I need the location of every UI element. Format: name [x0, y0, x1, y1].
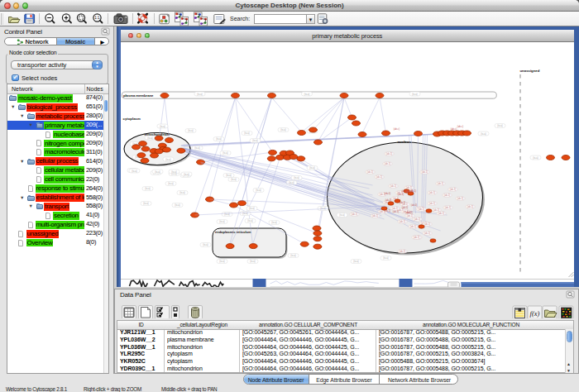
svg-text:(tx-a): (tx-a): [481, 132, 486, 136]
svg-text:(tx-a): (tx-a): [412, 93, 418, 96]
svg-text:plasma membrane: plasma membrane: [123, 93, 154, 98]
svg-text:(tx-a): (tx-a): [252, 139, 258, 142]
svg-text:(ab-1): (ab-1): [421, 170, 428, 174]
svg-text:(ab-1): (ab-1): [384, 209, 390, 213]
svg-text:(tx-a): (tx-a): [160, 125, 165, 128]
svg-text:(tx-a): (tx-a): [175, 203, 180, 207]
svg-text:(ab-3): (ab-3): [385, 198, 391, 202]
svg-text:(ab-1): (ab-1): [414, 218, 420, 221]
svg-text:(ab-0): (ab-0): [384, 192, 390, 195]
svg-text:1:1: 1:1: [94, 16, 100, 20]
svg-text:(ab-1): (ab-1): [457, 197, 463, 200]
svg-text:unassigned: unassigned: [519, 69, 539, 73]
svg-text:(ab-1): (ab-1): [409, 225, 416, 228]
svg-text:(tx-a): (tx-a): [194, 146, 200, 150]
svg-text:(tx-a): (tx-a): [249, 207, 255, 210]
svg-text:(tx-a): (tx-a): [280, 128, 286, 131]
svg-text:(ab-1): (ab-1): [413, 236, 419, 239]
svg-text:cytoplasm: cytoplasm: [122, 117, 140, 121]
svg-text:(ab-1): (ab-1): [437, 182, 443, 185]
svg-text:(ab-1): (ab-1): [449, 188, 456, 191]
svg-text:(ab-1): (ab-1): [467, 205, 473, 208]
svg-text:(ab-2): (ab-2): [397, 193, 404, 196]
svg-text:(tx-a): (tx-a): [242, 212, 248, 215]
svg-text:(tx-a): (tx-a): [184, 173, 189, 176]
svg-text:(tx-a): (tx-a): [219, 260, 225, 263]
svg-text:(tx-a): (tx-a): [231, 178, 237, 181]
svg-text:(tx-a): (tx-a): [256, 189, 261, 192]
svg-text:(ab-1): (ab-1): [423, 232, 430, 235]
svg-text:(tx-a): (tx-a): [171, 170, 177, 174]
svg-text:(tx-a): (tx-a): [339, 213, 345, 217]
svg-text:(ab-1): (ab-1): [366, 170, 373, 174]
svg-text:(ab-3): (ab-3): [399, 201, 405, 204]
svg-text:(tx-a): (tx-a): [226, 174, 232, 177]
svg-text:(ab-0): (ab-0): [401, 189, 408, 193]
svg-text:f(x): f(x): [530, 309, 540, 318]
svg-text:(ab-1): (ab-1): [385, 152, 392, 155]
svg-text:(ab-1): (ab-1): [428, 202, 435, 205]
svg-text:(tx-a): (tx-a): [353, 260, 359, 263]
svg-text:(ab-1): (ab-1): [444, 206, 451, 209]
svg-text:(tx-a): (tx-a): [383, 256, 389, 260]
svg-text:(tx-a): (tx-a): [155, 170, 160, 174]
svg-text:(ab-c): (ab-c): [450, 127, 456, 131]
svg-text:(tx-a): (tx-a): [197, 93, 203, 96]
svg-text:(tx-a): (tx-a): [244, 131, 250, 135]
svg-text:(tx-a): (tx-a): [309, 166, 315, 170]
svg-text:(tx-a): (tx-a): [165, 158, 171, 161]
svg-text:(tx-a): (tx-a): [271, 221, 277, 224]
svg-text:(tx-a): (tx-a): [219, 220, 225, 223]
svg-text:(tx-a): (tx-a): [132, 170, 137, 173]
svg-text:(ab-0): (ab-0): [401, 206, 408, 209]
svg-text:(tx-a): (tx-a): [294, 176, 299, 179]
svg-text:(tx-a): (tx-a): [290, 254, 296, 257]
svg-text:(ab-c): (ab-c): [457, 125, 462, 128]
svg-text:(tx-a): (tx-a): [320, 207, 326, 210]
svg-text:(tx-a): (tx-a): [250, 260, 256, 263]
svg-text:(tx-a): (tx-a): [304, 93, 309, 96]
svg-text:(ab-1): (ab-1): [399, 220, 405, 223]
svg-text:(tx-a): (tx-a): [247, 219, 253, 222]
svg-text:(ab-2): (ab-2): [404, 211, 411, 214]
svg-text:(tx-a): (tx-a): [179, 191, 185, 194]
svg-text:(ab-1): (ab-1): [371, 214, 378, 218]
svg-text:(ab-1): (ab-1): [423, 222, 430, 226]
svg-text:(tx-a): (tx-a): [168, 182, 174, 185]
svg-text:(ab-c): (ab-c): [393, 127, 399, 131]
svg-text:(tx-a): (tx-a): [143, 202, 149, 205]
svg-text:(ab-1): (ab-1): [376, 175, 382, 179]
svg-text:(ab-1): (ab-1): [428, 191, 435, 194]
svg-text:(ab-1): (ab-1): [406, 214, 413, 218]
svg-text:(tx-a): (tx-a): [223, 151, 228, 155]
svg-text:(ab-1): (ab-1): [438, 212, 444, 215]
svg-text:(ab-1): (ab-1): [418, 208, 424, 211]
svg-text:(tx-a): (tx-a): [147, 136, 153, 140]
svg-text:(ab-1): (ab-1): [351, 213, 357, 216]
svg-text:(ab-1): (ab-1): [384, 162, 390, 165]
svg-text:(tx-a): (tx-a): [224, 213, 230, 216]
svg-text:(tx-a): (tx-a): [533, 156, 538, 160]
svg-text:(ab-1): (ab-1): [392, 210, 399, 213]
svg-text:(tx-a): (tx-a): [497, 124, 503, 127]
svg-text:(ab-0): (ab-0): [410, 203, 417, 207]
svg-text:(ab-1): (ab-1): [390, 184, 396, 188]
svg-text:(tx-a): (tx-a): [203, 243, 208, 246]
svg-text:(ab-1): (ab-1): [399, 250, 405, 253]
svg-text:(tx-a): (tx-a): [216, 137, 222, 141]
svg-text:(tx-a): (tx-a): [188, 129, 194, 132]
svg-text:(tx-a): (tx-a): [145, 187, 151, 190]
svg-text:(ab-1): (ab-1): [443, 194, 450, 197]
